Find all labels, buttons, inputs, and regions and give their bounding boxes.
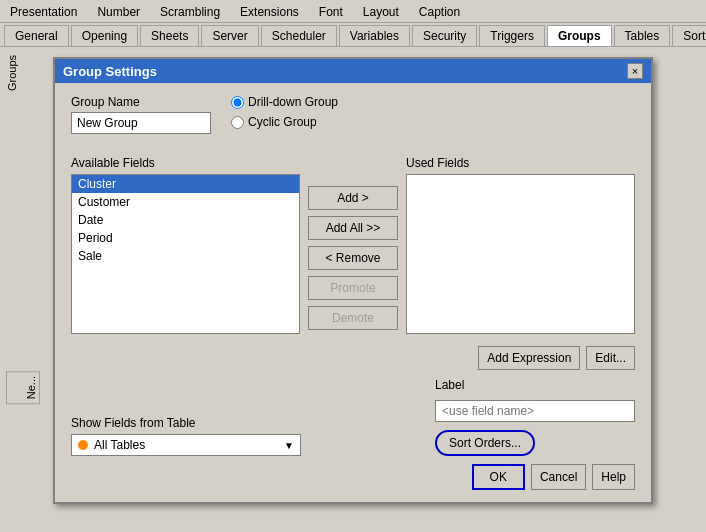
list-item[interactable]: Cluster (72, 175, 299, 193)
help-button[interactable]: Help (592, 464, 635, 490)
used-fields-col: Used Fields (406, 156, 635, 334)
used-fields-label: Used Fields (406, 156, 635, 170)
tab-variables[interactable]: Variables (339, 25, 410, 46)
menu-scrambling[interactable]: Scrambling (150, 2, 230, 22)
tab-opening[interactable]: Opening (71, 25, 138, 46)
used-fields-list[interactable] (406, 174, 635, 334)
show-fields-label: Show Fields from Table (71, 416, 301, 430)
add-expr-row: Add Expression Edit... (435, 346, 635, 370)
list-item[interactable]: Date (72, 211, 299, 229)
label-section: Label (435, 378, 635, 422)
group-name-label: Group Name (71, 95, 211, 109)
menu-font[interactable]: Font (309, 2, 353, 22)
cancel-button[interactable]: Cancel (531, 464, 586, 490)
menu-presentation[interactable]: Presentation (0, 2, 87, 22)
top-section: Group Name Drill-down Group Cyclic Group (71, 95, 635, 144)
tab-sheets[interactable]: Sheets (140, 25, 199, 46)
tab-security[interactable]: Security (412, 25, 477, 46)
tab-bar: General Opening Sheets Server Scheduler … (0, 23, 706, 47)
demote-button[interactable]: Demote (308, 306, 398, 330)
content-area: Groups Ne... Group Settings × Group Name (0, 47, 706, 523)
show-fields-dropdown[interactable]: All Tables ▼ (71, 434, 301, 456)
ok-button[interactable]: OK (472, 464, 525, 490)
promote-button[interactable]: Promote (308, 276, 398, 300)
main-row: Available Fields Cluster Customer Date P… (71, 156, 635, 334)
dialog-body: Group Name Drill-down Group Cyclic Group (55, 83, 651, 502)
ok-cancel-row: OK Cancel Help (71, 464, 635, 490)
tab-sort[interactable]: Sort (672, 25, 706, 46)
available-fields-col: Available Fields Cluster Customer Date P… (71, 156, 300, 334)
add-button[interactable]: Add > (308, 186, 398, 210)
menu-caption[interactable]: Caption (409, 2, 470, 22)
group-name-section: Group Name (71, 95, 211, 134)
tab-server[interactable]: Server (201, 25, 258, 46)
show-fields-section: Show Fields from Table All Tables ▼ (71, 416, 301, 456)
tab-scheduler[interactable]: Scheduler (261, 25, 337, 46)
bottom-section: Show Fields from Table All Tables ▼ Add … (71, 346, 635, 456)
tab-triggers[interactable]: Triggers (479, 25, 545, 46)
chevron-down-icon: ▼ (284, 440, 294, 451)
add-expression-button[interactable]: Add Expression (478, 346, 580, 370)
available-fields-list[interactable]: Cluster Customer Date Period Sale (71, 174, 300, 334)
all-tables-dot (78, 440, 88, 450)
tab-groups[interactable]: Groups (547, 25, 612, 46)
list-item[interactable]: Customer (72, 193, 299, 211)
dialog-titlebar: Group Settings × (55, 59, 651, 83)
menu-bar: Presentation Number Scrambling Extension… (0, 0, 706, 23)
middle-buttons: Add > Add All >> < Remove Promote Demote (308, 156, 398, 334)
radio-cyclic-label[interactable]: Cyclic Group (231, 115, 338, 129)
edit-button[interactable]: Edit... (586, 346, 635, 370)
sort-orders-button[interactable]: Sort Orders... (435, 430, 535, 456)
tab-general[interactable]: General (4, 25, 69, 46)
remove-button[interactable]: < Remove (308, 246, 398, 270)
menu-number[interactable]: Number (87, 2, 150, 22)
radio-cyclic[interactable] (231, 116, 244, 129)
show-fields-value: All Tables (94, 438, 145, 452)
tab-tables[interactable]: Tables (614, 25, 671, 46)
radio-drilldown-text: Drill-down Group (248, 95, 338, 109)
list-item[interactable]: Sale (72, 247, 299, 265)
dialog-close-button[interactable]: × (627, 63, 643, 79)
radio-drilldown-label[interactable]: Drill-down Group (231, 95, 338, 109)
radio-group: Drill-down Group Cyclic Group (231, 95, 338, 129)
dialog-title: Group Settings (63, 64, 157, 79)
dialog-overlay: Group Settings × Group Name Drill-down G… (0, 47, 706, 523)
radio-drilldown[interactable] (231, 96, 244, 109)
available-fields-label: Available Fields (71, 156, 300, 170)
radio-cyclic-text: Cyclic Group (248, 115, 317, 129)
group-name-input[interactable] (71, 112, 211, 134)
label-input[interactable] (435, 400, 635, 422)
list-item[interactable]: Period (72, 229, 299, 247)
group-settings-dialog: Group Settings × Group Name Drill-down G… (53, 57, 653, 504)
label-field-label: Label (435, 378, 635, 392)
menu-layout[interactable]: Layout (353, 2, 409, 22)
add-all-button[interactable]: Add All >> (308, 216, 398, 240)
right-bottom: Add Expression Edit... Label Sort Orders… (435, 346, 635, 456)
menu-extensions[interactable]: Extensions (230, 2, 309, 22)
